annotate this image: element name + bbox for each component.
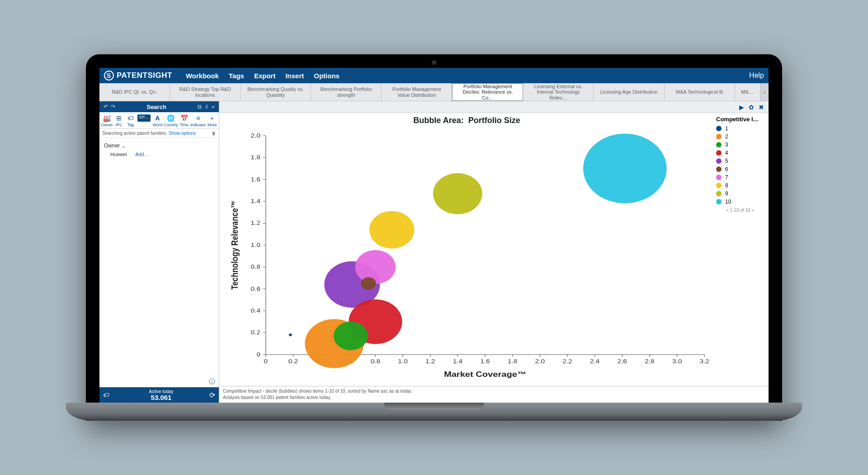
sidebar: ↶ ↷ Search ⧉ ⇩ « 🏭Owner ⊞IPC 🏷Tag EP…Num…	[99, 101, 219, 403]
filter-tag[interactable]: 🏷Tag	[125, 114, 136, 128]
tabs-scroll-right[interactable]: ›	[760, 83, 769, 101]
tab-benchmark-strength[interactable]: Benchmarking Portfolio strength	[311, 83, 382, 101]
tab-benchmark-quality[interactable]: Benchmarking Quality vs. Quantity	[241, 83, 311, 101]
legend-label: 1	[725, 125, 728, 132]
legend-dot-icon	[716, 150, 722, 156]
bubble-10[interactable]	[583, 133, 667, 203]
legend-item-2[interactable]: 2	[716, 133, 764, 140]
undo-icon[interactable]: ↶	[104, 104, 108, 110]
show-options-link[interactable]: Show options	[169, 131, 196, 136]
trash-icon[interactable]: 🗑	[212, 131, 216, 136]
info-icon[interactable]: ⓘ	[205, 376, 219, 387]
bubble-3[interactable]	[334, 322, 368, 350]
legend-dot-icon	[716, 126, 722, 131]
legend-dot-icon	[716, 142, 722, 147]
filter-country[interactable]: 🌐Country	[163, 114, 179, 128]
copy-icon[interactable]: ⧉	[198, 104, 202, 110]
collapse-icon[interactable]: «	[212, 104, 215, 110]
svg-text:0.4: 0.4	[251, 307, 261, 314]
svg-text:1.4: 1.4	[453, 358, 463, 365]
legend-item-7[interactable]: 7	[716, 174, 764, 180]
filter-word[interactable]: AWord	[152, 114, 163, 128]
legend-item-10[interactable]: 10	[716, 199, 764, 205]
footer-tag-icon[interactable]: 🏷	[103, 391, 109, 399]
legend-label: 10	[725, 199, 731, 205]
legend-label: 2	[725, 133, 728, 140]
owner-filter-add[interactable]: Add…	[135, 152, 149, 157]
gear-icon[interactable]: ✿	[749, 104, 754, 111]
filter-number[interactable]: EP…Number	[136, 114, 151, 128]
svg-text:2.0: 2.0	[535, 358, 545, 365]
legend-label: 4	[725, 150, 728, 156]
svg-text:0: 0	[264, 358, 268, 365]
menu-export[interactable]: Export	[254, 72, 276, 80]
legend-item-9[interactable]: 9	[716, 190, 764, 197]
bubble-8[interactable]	[369, 211, 414, 248]
legend-label: 8	[725, 182, 728, 189]
legend-item-4[interactable]: 4	[716, 150, 764, 156]
link-icon[interactable]: ⇩	[204, 104, 209, 110]
active-today-count: 53.061	[113, 394, 209, 401]
legend-item-6[interactable]: 6	[716, 166, 764, 172]
menu-insert[interactable]: Insert	[285, 72, 304, 80]
filter-more[interactable]: ＋More	[207, 114, 218, 128]
chevron-down-icon: ⌄	[122, 143, 125, 148]
filter-time[interactable]: 📅Time	[179, 114, 190, 128]
menu-help[interactable]: Help	[749, 71, 764, 80]
laptop-notch	[384, 403, 484, 410]
legend-item-5[interactable]: 5	[716, 158, 764, 164]
bubble-chart[interactable]: 00.20.40.60.81.01.21.41.61.82.02.22.42.6…	[228, 131, 710, 381]
tab-rd-strategy[interactable]: R&D Strategy Top R&D locations	[170, 83, 241, 101]
laptop-camera	[431, 60, 437, 65]
svg-text:1.2: 1.2	[425, 358, 435, 365]
redo-icon[interactable]: ↷	[111, 104, 115, 110]
owner-filter-value[interactable]: Huawei	[110, 152, 127, 157]
tab-ma-more[interactable]: M&…	[735, 83, 761, 101]
tab-rd-ipc[interactable]: R&D IPC Ql. vs. Qn.	[99, 83, 170, 101]
play-icon[interactable]: ▶	[739, 104, 744, 111]
legend-label: 6	[725, 166, 728, 172]
tag-icon: 🏷	[127, 114, 134, 122]
filter-indicator[interactable]: ≡Indicator	[190, 114, 207, 128]
svg-text:Market Coverage™: Market Coverage™	[444, 370, 526, 379]
factory-icon: 🏭	[103, 114, 111, 122]
plus-icon: ＋	[209, 114, 215, 122]
owner-filter-label: Owner	[104, 142, 120, 149]
grid-icon: ⊞	[116, 114, 122, 122]
refresh-icon[interactable]: ⟳	[209, 391, 215, 399]
menu-workbook[interactable]: Workbook	[186, 72, 219, 80]
legend-dot-icon	[716, 175, 722, 180]
menubar: S PATENTSIGHT Workbook Tags Export Inser…	[99, 68, 769, 83]
tab-licensing-ext[interactable]: Licensing External vs. Internal Technolo…	[523, 83, 594, 101]
legend-item-8[interactable]: 8	[716, 182, 764, 189]
owner-filter-header[interactable]: Owner ⌄	[104, 142, 214, 149]
chart-area: Bubble Area: Portfolio Size 00.20.40.60.…	[219, 113, 714, 386]
svg-text:0.6: 0.6	[251, 285, 261, 292]
legend-label: 5	[725, 158, 728, 164]
filter-owner[interactable]: 🏭Owner	[100, 114, 113, 128]
calendar-icon: 📅	[180, 114, 188, 122]
word-icon: A	[155, 114, 160, 122]
tab-portfolio-deciles[interactable]: Portfolio Management Deciles: Relevance …	[452, 83, 523, 101]
menu-tags[interactable]: Tags	[229, 72, 244, 80]
bubble-9[interactable]	[433, 173, 482, 214]
filter-ipc[interactable]: ⊞IPC	[113, 114, 125, 128]
legend-item-1[interactable]: 1	[716, 125, 764, 132]
laptop-base	[66, 403, 802, 421]
legend-item-3[interactable]: 3	[716, 142, 764, 148]
menu-items: Workbook Tags Export Insert Options	[186, 72, 340, 80]
bubble-6[interactable]	[361, 277, 376, 290]
menu-options[interactable]: Options	[314, 72, 340, 80]
tab-ma-fit[interactable]: M&A Technological fit	[665, 83, 735, 101]
legend-dot-icon	[716, 134, 722, 139]
tab-portfolio-value[interactable]: Portfolio Management Value Distribution	[382, 83, 452, 101]
close-icon[interactable]: ✖	[759, 104, 764, 111]
svg-text:2.2: 2.2	[562, 358, 572, 365]
svg-text:2.6: 2.6	[618, 358, 627, 365]
bubble-1[interactable]	[289, 333, 292, 336]
sidebar-footer: 🏷 Active today 53.061 ⟳	[99, 387, 219, 403]
globe-icon: 🌐	[167, 114, 175, 122]
tab-licensing-age[interactable]: Licensing Age Distribution	[594, 83, 664, 101]
main-area: ▶ ✿ ✖ Bubble Area: Portfolio Size 00.20.…	[219, 101, 769, 403]
bubble-7[interactable]	[355, 250, 396, 284]
